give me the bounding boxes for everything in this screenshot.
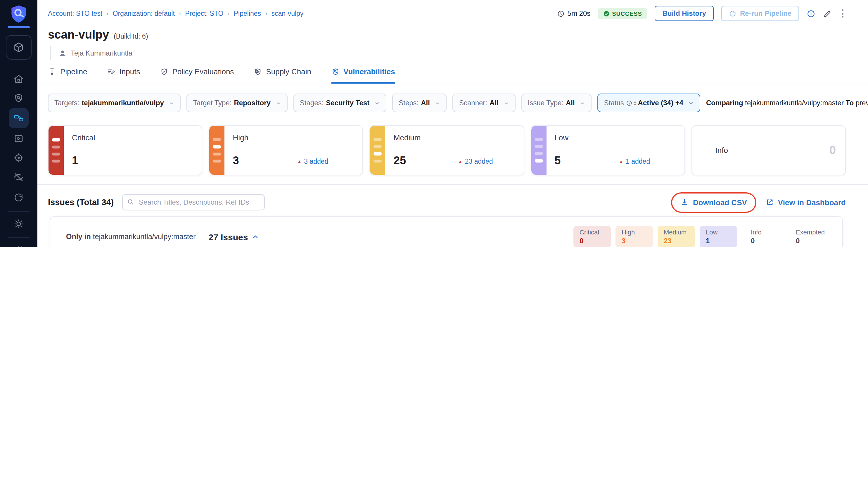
comparing-label: Comparing tejakummarikuntla/vulpy:master… xyxy=(706,99,868,107)
tab-policy-evaluations[interactable]: Policy Evaluations xyxy=(160,67,234,83)
download-icon xyxy=(681,198,689,206)
info-icon xyxy=(626,100,633,106)
inputs-tab-icon xyxy=(107,68,115,76)
hidden-issues-eye-slash-icon[interactable] xyxy=(14,172,24,183)
search-icon xyxy=(127,198,134,206)
issues-panel: Only in tejakummarikuntla/vulpy:master 2… xyxy=(50,216,843,247)
chevron-down-icon xyxy=(580,100,585,106)
annotation-highlight-ring: Download CSV xyxy=(671,192,756,212)
issues-search xyxy=(122,194,265,210)
clock-icon xyxy=(557,10,565,17)
getting-started-icon[interactable] xyxy=(14,192,24,203)
info-icon[interactable] xyxy=(807,9,815,18)
pipelines-icon[interactable] xyxy=(9,108,28,128)
edit-pencil-icon[interactable] xyxy=(823,9,832,18)
issues-toolbar: Issues (Total 34) Download CSV View in D… xyxy=(37,189,868,215)
breadcrumb-org[interactable]: Organization: default xyxy=(113,10,175,17)
card-high[interactable]: High 3 ▲3 added xyxy=(209,125,363,175)
chip-exempted[interactable]: Exempted0 xyxy=(787,226,831,247)
chip-low[interactable]: Low1 xyxy=(700,226,737,247)
app-window: ? TK Account: STO test › Organization: d… xyxy=(0,0,868,247)
tab-inputs[interactable]: Inputs xyxy=(107,67,140,83)
issues-heading: Issues (Total 34) xyxy=(48,197,114,207)
page-title: scan-vulpy xyxy=(48,28,109,41)
filter-steps[interactable]: Steps:All xyxy=(392,94,447,112)
breadcrumb-account[interactable]: Account: STO test xyxy=(48,10,102,17)
section-divider xyxy=(37,184,868,185)
main-content: Account: STO test › Organization: defaul… xyxy=(37,0,868,247)
settings-gear-icon[interactable] xyxy=(14,218,24,229)
filter-targets[interactable]: Targets:tejakummarikuntla/vulpy xyxy=(48,94,181,112)
filter-target-type[interactable]: Target Type:Repository xyxy=(187,94,288,112)
filter-scanner[interactable]: Scanner:All xyxy=(453,94,516,112)
chevron-down-icon xyxy=(276,100,281,106)
tab-vulnerabilities[interactable]: Vulnerabilities xyxy=(331,67,395,83)
severity-count-chips: Critical0 High3 Medium23 Low1 Info0 Exem… xyxy=(569,226,831,247)
card-critical[interactable]: Critical 1 xyxy=(48,125,202,175)
filter-issue-type[interactable]: Issue Type:All xyxy=(521,94,592,112)
triangle-up-icon: ▲ xyxy=(297,159,302,164)
chip-info[interactable]: Info0 xyxy=(742,226,783,247)
build-id-label: (Build Id: 6) xyxy=(114,33,148,40)
sidebar-divider xyxy=(7,238,30,238)
tab-pipeline[interactable]: Pipeline xyxy=(48,67,88,83)
breadcrumb-current[interactable]: scan-vulpy xyxy=(271,10,303,17)
pipeline-tab-icon xyxy=(48,68,56,76)
sto-shield-logo-icon[interactable] xyxy=(10,5,27,23)
severity-gauge xyxy=(370,126,385,175)
sidebar-divider xyxy=(7,211,30,212)
card-medium[interactable]: Medium 25 ▲23 added xyxy=(370,125,524,175)
default-settings-layers-icon[interactable] xyxy=(14,245,24,247)
breadcrumb-pipelines[interactable]: Pipelines xyxy=(234,10,261,17)
severity-gauge xyxy=(531,126,546,175)
chip-high[interactable]: High3 xyxy=(616,226,653,247)
policy-shield-check-icon xyxy=(160,68,168,76)
triangle-up-icon: ▲ xyxy=(458,159,463,164)
vulnerabilities-shield-icon xyxy=(331,68,339,76)
build-author: Teja Kummarikuntla xyxy=(50,46,868,60)
targets-icon[interactable] xyxy=(14,153,24,163)
logo-underline xyxy=(7,26,30,28)
chevron-up-icon[interactable] xyxy=(252,233,259,240)
chevron-down-icon xyxy=(169,100,174,106)
executions-icon[interactable] xyxy=(14,133,24,144)
tab-supply-chain[interactable]: Supply Chain xyxy=(254,67,311,83)
build-history-button[interactable]: Build History xyxy=(655,6,714,21)
filter-status[interactable]: Status : Active (34) +4 xyxy=(598,94,700,112)
chevron-down-icon xyxy=(689,100,694,106)
download-csv-button[interactable]: Download CSV xyxy=(681,198,747,207)
rerun-pipeline-button[interactable]: Re-run Pipeline xyxy=(721,6,799,21)
supply-chain-shield-icon xyxy=(254,68,262,76)
module-selector-button[interactable] xyxy=(6,35,32,60)
filters-row: Targets:tejakummarikuntla/vulpy Target T… xyxy=(37,94,868,112)
chip-critical[interactable]: Critical0 xyxy=(574,226,611,247)
breadcrumb-separator: › xyxy=(179,10,181,17)
severity-gauge xyxy=(49,126,64,175)
top-bar: Account: STO test › Organization: defaul… xyxy=(37,0,868,24)
chevron-down-icon xyxy=(375,100,380,106)
search-input[interactable] xyxy=(122,194,265,210)
home-icon[interactable] xyxy=(14,74,24,84)
chip-medium[interactable]: Medium23 xyxy=(658,226,695,247)
person-icon xyxy=(58,49,66,57)
breadcrumb-project[interactable]: Project: STO xyxy=(185,10,223,17)
issues-group-header[interactable]: Only in tejakummarikuntla/vulpy:master 2… xyxy=(50,217,842,247)
execution-tabs: Pipeline Inputs Policy Evaluations Suppl… xyxy=(37,60,868,84)
triangle-up-icon: ▲ xyxy=(619,159,623,164)
card-info[interactable]: Info 0 xyxy=(692,125,846,175)
chevron-down-icon xyxy=(435,100,440,106)
external-link-icon xyxy=(766,198,774,206)
chevron-down-icon xyxy=(504,100,509,106)
more-options-kebab-icon[interactable] xyxy=(840,8,846,19)
breadcrumb: Account: STO test › Organization: defaul… xyxy=(48,10,303,17)
filter-stages[interactable]: Stages:Security Test xyxy=(293,94,386,112)
view-in-dashboard-button[interactable]: View in Dashboard xyxy=(766,198,846,207)
breadcrumb-separator: › xyxy=(227,10,229,17)
card-low[interactable]: Low 5 ▲1 added xyxy=(531,125,685,175)
breadcrumb-separator: › xyxy=(107,10,109,17)
severity-gauge xyxy=(209,126,225,175)
build-duration: 5m 20s xyxy=(557,10,591,18)
status-badge: SUCCESS xyxy=(598,8,647,19)
breadcrumb-separator: › xyxy=(265,10,267,17)
scan-overview-icon[interactable] xyxy=(14,93,24,103)
